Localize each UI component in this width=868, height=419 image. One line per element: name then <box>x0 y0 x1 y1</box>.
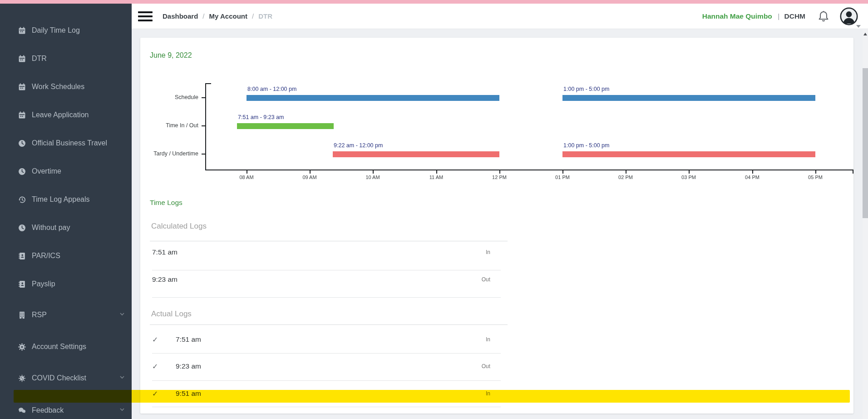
clock-icon <box>18 168 26 175</box>
row-divider <box>152 380 501 381</box>
sidebar-item-par-ics[interactable]: PAR/ICS <box>0 242 132 270</box>
avatar[interactable] <box>840 7 858 25</box>
dtr-card: June 9, 2022 08 AM 09 AM 10 AM 11 AM 12 … <box>140 38 853 414</box>
sidebar-item-label: COVID Checklist <box>32 374 115 382</box>
actual-logs-heading: Actual Logs <box>151 309 192 319</box>
calculated-logs-heading: Calculated Logs <box>151 222 207 231</box>
chart-x-tick <box>689 170 690 174</box>
gantt-bar <box>562 151 815 157</box>
user-separator: | <box>774 12 782 20</box>
chart-x-axis <box>205 170 853 170</box>
sidebar-item-rsp[interactable]: RSP <box>0 301 132 329</box>
sidebar-item-work-schedules[interactable]: Work Schedules <box>0 73 132 101</box>
log-time: 9:23 am <box>152 275 178 284</box>
chevron-down-icon <box>115 374 125 382</box>
sidebar-item-payslip[interactable]: Payslip <box>0 270 132 298</box>
chart-x-tick-label: 04 PM <box>736 175 768 180</box>
sidebar-item-label: Time Log Appeals <box>32 195 125 204</box>
calendar-icon <box>18 27 26 35</box>
menu-bar <box>138 11 153 13</box>
chart-x-tick-label: 02 PM <box>610 175 641 180</box>
chart-row-tick <box>202 125 206 126</box>
breadcrumb-separator: / <box>202 12 204 20</box>
sidebar-item-time-log-appeals[interactable]: Time Log Appeals <box>0 185 132 214</box>
chart-x-tick-label: 09 AM <box>294 175 326 180</box>
chart-x-tick-label: 12 PM <box>483 175 515 180</box>
sidebar-item-label: Without pay <box>32 224 125 232</box>
sidebar-item-dtr[interactable]: DTR <box>0 45 132 73</box>
gantt-bar <box>333 151 499 157</box>
scroll-up-arrow-icon[interactable] <box>863 33 867 35</box>
chart-row-tick <box>202 154 206 155</box>
log-row: 9:23 amOut <box>152 274 490 285</box>
sidebar-item-label: PAR/ICS <box>32 252 125 260</box>
log-time: 9:23 am <box>176 362 201 370</box>
sidebar-item-covid-checklist[interactable]: COVID Checklist <box>0 364 132 392</box>
section-rule <box>150 241 508 241</box>
log-direction: Out <box>482 363 490 369</box>
sidebar-item-account-settings[interactable]: Account Settings <box>0 333 132 361</box>
vertical-scrollbar[interactable] <box>863 29 868 419</box>
sidebar-item-without-pay[interactable]: Without pay <box>0 214 132 242</box>
gantt-bar-label: 8:00 am - 12:00 pm <box>247 86 296 92</box>
chart-x-tick-label: 10 AM <box>357 175 389 180</box>
chart-axis-end-tick <box>853 170 853 174</box>
menu-toggle-button[interactable] <box>138 11 153 21</box>
history-icon <box>18 196 26 204</box>
top-header: Dashboard/My Account/DTR Hannah Mae Quim… <box>132 4 868 29</box>
row-divider <box>152 353 501 354</box>
contact-icon <box>18 252 26 260</box>
time-logs-heading: Time Logs <box>150 199 182 207</box>
log-row: 7:51 amIn <box>152 247 490 258</box>
sidebar-item-daily-time-log[interactable]: Daily Time Log <box>0 16 132 45</box>
chat-icon <box>18 407 26 414</box>
chart-y-axis-cap <box>205 83 211 84</box>
clock-icon <box>18 140 26 147</box>
gantt-bar <box>247 95 499 101</box>
gantt-bar-label: 1:00 pm - 5:00 pm <box>563 86 609 92</box>
calendar-icon <box>18 55 26 63</box>
sidebar-item-label: DTR <box>32 55 125 63</box>
gantt-bar <box>562 95 815 101</box>
avatar-menu-caret-icon[interactable] <box>856 25 861 28</box>
sidebar-nav: Work From Home AttendanceDaily Time LogD… <box>0 4 132 419</box>
dtr-gantt-chart: 08 AM 09 AM 10 AM 11 AM 12 PM 01 PM 02 P… <box>140 38 853 188</box>
chart-x-tick <box>373 170 374 174</box>
chart-x-tick <box>562 170 563 174</box>
chart-x-tick <box>815 170 816 174</box>
breadcrumb-dashboard[interactable]: Dashboard <box>163 12 198 20</box>
breadcrumb-separator: / <box>252 12 254 20</box>
chart-x-tick <box>752 170 753 174</box>
virus-icon <box>18 374 26 382</box>
notifications-bell-icon[interactable] <box>818 10 829 22</box>
sidebar-item-label: RSP <box>32 311 115 319</box>
calendar-icon <box>18 111 26 119</box>
chart-y-axis <box>205 83 206 170</box>
chart-row-tick <box>202 97 206 98</box>
chart-x-tick-label: 03 PM <box>673 175 705 180</box>
user-info: Hannah Mae Quimbo | DCHM <box>702 12 805 20</box>
gantt-bar-label: 9:22 am - 12:00 pm <box>334 142 383 149</box>
sidebar-item-label: Official Business Travel <box>32 139 125 147</box>
chart-x-tick-label: 11 AM <box>420 175 452 180</box>
chart-x-tick <box>499 170 500 174</box>
breadcrumb: Dashboard/My Account/DTR <box>163 12 272 20</box>
calendar-icon <box>18 83 26 91</box>
sidebar-item-leave-application[interactable]: Leave Application <box>0 101 132 129</box>
gantt-bar-label: 1:00 pm - 5:00 pm <box>563 142 609 149</box>
user-name: Hannah Mae Quimbo <box>702 12 772 20</box>
sidebar-item-label: Payslip <box>32 280 125 288</box>
menu-bar <box>138 20 153 21</box>
log-time: 7:51 am <box>176 335 201 344</box>
log-direction: Out <box>482 276 490 283</box>
chart-row-label: Time In / Out <box>140 122 198 129</box>
chart-x-tick <box>247 170 247 174</box>
scrollbar-thumb[interactable] <box>863 68 868 218</box>
highlight-annotation <box>14 390 850 403</box>
sidebar-item-work-from-home-attendance[interactable]: Work From Home Attendance <box>0 4 132 11</box>
sidebar-item-overtime[interactable]: Overtime <box>0 157 132 185</box>
sidebar-item-official-business-travel[interactable]: Official Business Travel <box>0 129 132 157</box>
chart-x-tick-label: 08 AM <box>231 175 262 180</box>
breadcrumb-my-account[interactable]: My Account <box>209 12 247 20</box>
chart-row-label: Schedule <box>140 94 198 100</box>
